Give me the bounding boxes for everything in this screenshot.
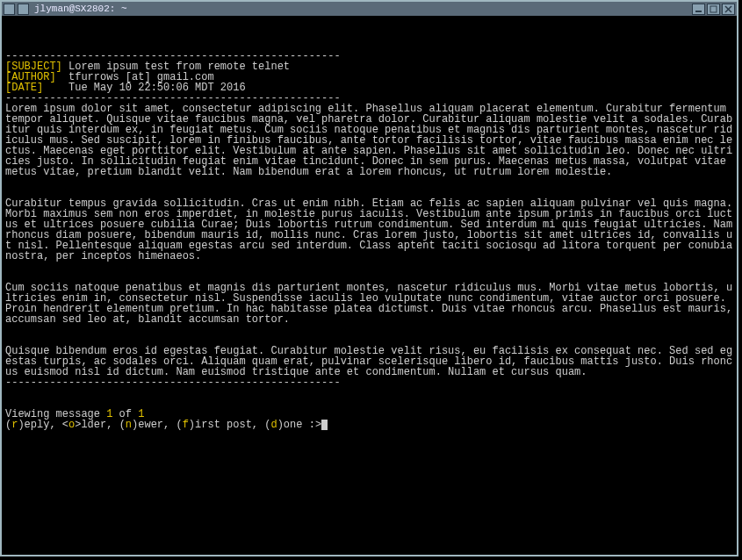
menu-newer: )ewer, ( [132,419,183,431]
svg-rect-1 [710,6,717,12]
menu-reply: )eply, < [18,419,68,431]
footer-rule: ----------------------------------------… [5,377,341,389]
body-para-4: Quisque bibendum eros id egestas feugiat… [5,345,732,378]
close-button[interactable] [722,4,735,15]
body-para-1: Lorem ipsum dolor sit amet, consectetur … [5,103,732,178]
titlebar-left-icons [4,4,31,15]
menu-key-d[interactable]: d [270,419,277,431]
menu-done: )one :> [277,419,321,431]
svg-rect-0 [695,11,702,12]
app-window: jlyman@SX2802: ~ -----------------------… [0,0,738,556]
app-menu-icon[interactable] [4,4,15,15]
menu-key-n[interactable]: n [126,419,132,431]
body-para-2: Curabitur tempus gravida sollicitudin. C… [5,197,735,262]
titlebar[interactable]: jlyman@SX2802: ~ [2,2,737,16]
menu-key-f[interactable]: f [183,419,189,431]
menu-older: >lder, ( [75,419,126,431]
minimize-button[interactable] [692,4,705,15]
maximize-button[interactable] [707,4,720,15]
menu-first: )irst post, ( [189,419,271,431]
body-para-3: Cum sociis natoque penatibus et magnis d… [5,282,735,326]
window-title: jlyman@SX2802: ~ [31,4,127,14]
terminal-output[interactable]: ----------------------------------------… [4,18,735,553]
cursor-icon [321,420,328,430]
terminal-icon[interactable] [18,4,29,15]
